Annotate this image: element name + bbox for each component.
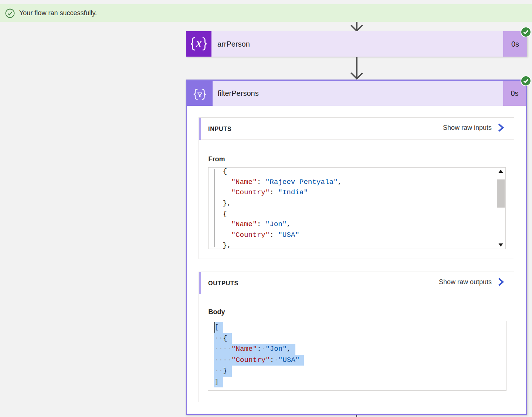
svg-text:x: x [196,36,201,50]
